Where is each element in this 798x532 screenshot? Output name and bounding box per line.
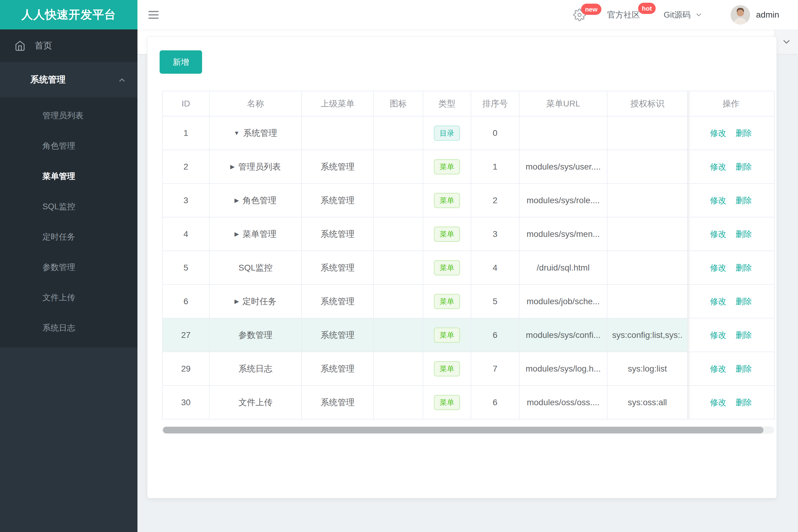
tree-collapse-icon[interactable]: ▼ (234, 130, 240, 136)
cell-url: modules/job/sche... (519, 285, 607, 318)
type-badge: 菜单 (434, 227, 460, 242)
table-row[interactable]: 2▶管理员列表系统管理菜单1modules/sys/user....修改删除 (162, 150, 774, 184)
cell-ops: 修改删除 (688, 150, 774, 184)
type-badge: 菜单 (434, 395, 460, 410)
cell-name: 系统日志 (209, 352, 302, 385)
content-card: 新增 ID名称上级菜单图标类型排序号菜单URL授权标识操作 1▼系统管理目录0修… (147, 36, 777, 498)
sidebar-item[interactable]: 参数管理 (0, 252, 137, 282)
edit-link[interactable]: 修改 (710, 195, 726, 206)
edit-link[interactable]: 修改 (710, 162, 726, 172)
user-menu[interactable]: admin (731, 5, 779, 24)
tree-expand-icon[interactable]: ▶ (235, 197, 239, 204)
git-source-label: Git源码 (664, 10, 691, 20)
git-source-link[interactable]: Git源码 (664, 10, 703, 20)
delete-link[interactable]: 删除 (736, 195, 752, 206)
cell-name: 文件上传 (209, 385, 302, 419)
table-header-cell: 操作 (688, 91, 774, 116)
delete-link[interactable]: 删除 (736, 262, 752, 273)
cell-type: 菜单 (423, 184, 471, 217)
edit-link[interactable]: 修改 (710, 296, 726, 307)
edit-link[interactable]: 修改 (710, 363, 726, 374)
sidebar-item[interactable]: 系统日志 (0, 313, 137, 343)
table-row[interactable]: 27参数管理系统管理菜单6modules/sys/confi...sys:con… (162, 318, 774, 352)
app-logo: 人人快速开发平台 (0, 0, 137, 30)
table-row[interactable]: 4▶菜单管理系统管理菜单3modules/sys/men...修改删除 (162, 217, 774, 251)
cell-order: 3 (471, 217, 519, 251)
delete-link[interactable]: 删除 (736, 128, 752, 139)
delete-link[interactable]: 删除 (736, 363, 752, 374)
tree-expand-icon[interactable]: ▶ (235, 298, 239, 305)
delete-link[interactable]: 删除 (736, 296, 752, 307)
cell-name: ▶定时任务 (209, 285, 302, 318)
table-row[interactable]: 29系统日志系统管理菜单7modules/sys/log.h...sys:log… (162, 352, 774, 385)
menu-name: SQL监控 (239, 262, 273, 273)
cell-perm (607, 116, 688, 150)
sidebar-section-system[interactable]: 系统管理 (0, 62, 137, 97)
menu-name: 参数管理 (239, 329, 273, 341)
edit-link[interactable]: 修改 (710, 397, 726, 408)
cell-url: /druid/sql.html (519, 251, 607, 285)
table-row[interactable]: 30文件上传系统管理菜单6modules/oss/oss....sys:oss:… (162, 385, 774, 419)
table-row[interactable]: 6▶定时任务系统管理菜单5modules/job/sche...修改删除 (162, 285, 774, 318)
type-badge: 目录 (434, 126, 460, 141)
sidebar: 首页 系统管理 管理员列表角色管理菜单管理SQL监控定时任务参数管理文件上传系统… (0, 30, 137, 532)
delete-link[interactable]: 删除 (736, 229, 752, 240)
cell-id: 6 (162, 285, 209, 318)
sidebar-item[interactable]: 菜单管理 (0, 161, 137, 191)
sidebar-item-home-label: 首页 (35, 40, 52, 52)
table-row[interactable]: 3▶角色管理系统管理菜单2modules/sys/role....修改删除 (162, 184, 774, 217)
table-row[interactable]: 5SQL监控系统管理菜单4/druid/sql.html修改删除 (162, 251, 774, 285)
cell-order: 2 (471, 184, 519, 217)
cell-url: modules/sys/men... (519, 217, 607, 251)
scrollbar-thumb[interactable] (163, 427, 763, 433)
chevron-up-icon (117, 76, 127, 84)
table-header-cell: 授权标识 (607, 91, 688, 116)
cell-order: 6 (471, 385, 519, 419)
tree-expand-icon[interactable]: ▶ (230, 163, 235, 170)
cell-icon (373, 285, 423, 318)
cell-order: 6 (471, 318, 519, 352)
sidebar-item-home[interactable]: 首页 (0, 30, 137, 62)
table-header-cell: 图标 (373, 91, 423, 116)
delete-link[interactable]: 删除 (736, 330, 752, 341)
tree-expand-icon[interactable]: ▶ (235, 230, 239, 238)
cell-perm (607, 285, 688, 318)
edit-link[interactable]: 修改 (710, 229, 726, 240)
delete-link[interactable]: 删除 (736, 397, 752, 408)
edit-link[interactable]: 修改 (710, 128, 726, 139)
cell-type: 菜单 (423, 150, 471, 184)
delete-link[interactable]: 删除 (736, 162, 752, 172)
add-button[interactable]: 新增 (160, 50, 202, 74)
sidebar-item[interactable]: 管理员列表 (0, 100, 137, 131)
cell-order: 4 (471, 251, 519, 285)
cell-name: 参数管理 (209, 318, 302, 352)
cell-name: ▶角色管理 (209, 184, 302, 217)
type-badge: 菜单 (434, 159, 460, 174)
sidebar-item[interactable]: SQL监控 (0, 191, 137, 222)
cell-perm: sys:config:list,sys:. (607, 318, 688, 352)
horizontal-scrollbar[interactable] (162, 426, 774, 434)
cell-url: modules/sys/log.h... (519, 352, 607, 385)
sidebar-item[interactable]: 文件上传 (0, 282, 137, 313)
cell-ops: 修改删除 (688, 385, 774, 419)
menu-name: 菜单管理 (242, 228, 276, 240)
edit-link[interactable]: 修改 (710, 262, 726, 273)
cell-ops: 修改删除 (688, 352, 774, 385)
edit-link[interactable]: 修改 (710, 330, 726, 341)
header-actions: new 官方社区 hot Git源码 admin (573, 0, 779, 30)
cell-ops: 修改删除 (688, 116, 774, 150)
menu-toggle-icon[interactable] (148, 8, 159, 21)
cell-type: 菜单 (423, 217, 471, 251)
cell-icon (373, 385, 423, 419)
tab-list-dropdown-button[interactable] (774, 30, 798, 54)
cell-icon (373, 150, 423, 184)
cell-ops: 修改删除 (688, 285, 774, 318)
cell-id: 27 (162, 318, 209, 352)
table-row[interactable]: 1▼系统管理目录0修改删除 (162, 116, 774, 150)
cell-url: modules/sys/user.... (519, 150, 607, 184)
sidebar-item[interactable]: 定时任务 (0, 222, 137, 252)
sidebar-item[interactable]: 角色管理 (0, 131, 137, 161)
settings-button[interactable]: new (573, 8, 586, 21)
community-link[interactable]: 官方社区 hot (607, 10, 640, 20)
table-header-cell: 名称 (209, 91, 302, 116)
